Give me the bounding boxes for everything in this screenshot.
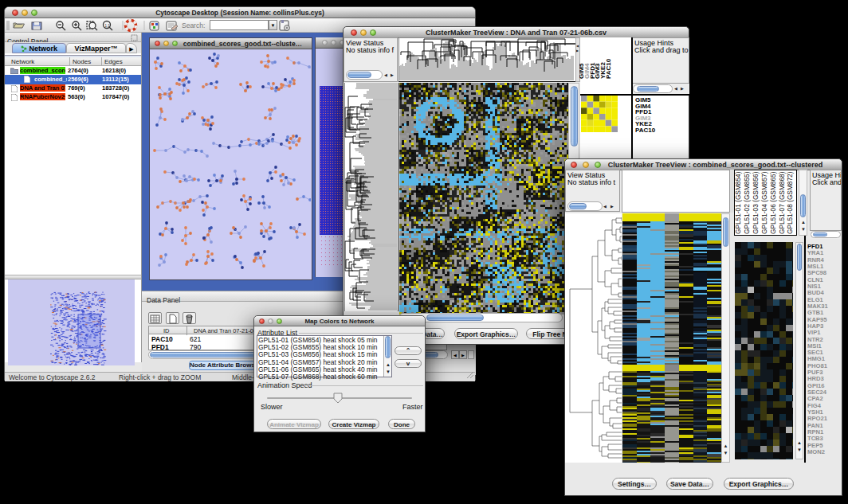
svg-text:GPL51-01 (GSM854): GPL51-01 (GSM854) — [734, 171, 742, 234]
svg-text:PAC10: PAC10 — [605, 58, 612, 79]
svg-text:GPL51-07 (GSM868): GPL51-07 (GSM868) — [778, 171, 786, 234]
svg-text:Search:: Search: — [182, 21, 205, 29]
svg-text:GPL51-04 (GSM857): GPL51-04 (GSM857) — [760, 171, 768, 234]
svg-text:1:1: 1:1 — [105, 24, 111, 28]
svg-text:MON2: MON2 — [807, 448, 825, 455]
svg-text:GPL51-02 (GSM855): GPL51-02 (GSM855) — [743, 171, 751, 234]
svg-text:GPL51-03 (GSM856): GPL51-03 (GSM856) — [752, 171, 760, 234]
svg-text:GPL51-08 (GSM872): GPL51-08 (GSM872) — [786, 171, 794, 234]
svg-text:PAC10: PAC10 — [635, 127, 656, 134]
svg-text:GPL51-06 (GSM865): GPL51-06 (GSM865) — [769, 171, 777, 234]
